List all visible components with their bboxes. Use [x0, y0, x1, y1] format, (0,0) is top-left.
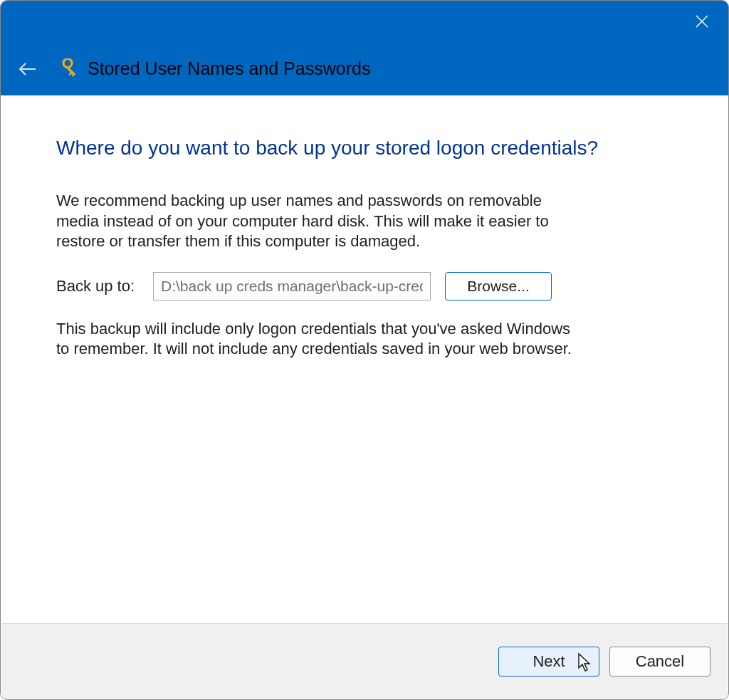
key-icon: [56, 58, 79, 80]
cursor-icon: [577, 652, 593, 672]
close-icon: [694, 14, 710, 29]
next-button[interactable]: Next: [498, 647, 599, 677]
backup-path-input[interactable]: [153, 272, 431, 301]
wizard-title: Stored User Names and Passwords: [88, 58, 370, 79]
close-button[interactable]: [691, 11, 713, 32]
browse-button[interactable]: Browse...: [445, 272, 552, 301]
wizard-content: Where do you want to back up your stored…: [1, 95, 728, 624]
back-button[interactable]: [18, 59, 38, 79]
wizard-footer: Next Cancel: [1, 623, 728, 699]
backup-path-label: Back up to:: [56, 277, 139, 296]
wizard-header: Stored User Names and Passwords: [1, 42, 728, 95]
cancel-button[interactable]: Cancel: [609, 647, 710, 677]
note-text: This backup will include only logon cred…: [56, 319, 583, 360]
next-button-label: Next: [533, 652, 565, 670]
back-arrow-icon: [19, 62, 37, 76]
page-heading: Where do you want to back up your stored…: [56, 137, 673, 160]
backup-path-row: Back up to: Browse...: [56, 272, 673, 301]
description-text: We recommend backing up user names and p…: [56, 191, 583, 252]
titlebar: [1, 1, 728, 42]
